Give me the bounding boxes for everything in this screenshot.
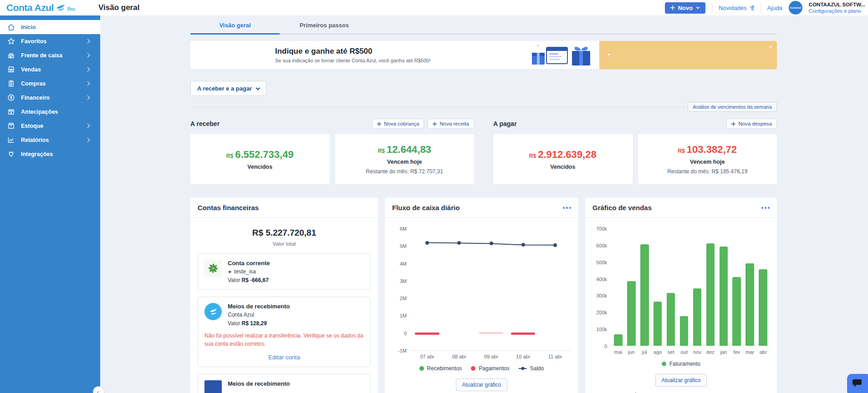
account-item[interactable]: Meios de recebimentoConta AzulValor R$ 1… <box>198 297 371 367</box>
sidebar-item-financeiro[interactable]: Financeiro <box>0 91 100 105</box>
sidebar-item-label: Antecipações <box>21 109 94 115</box>
sidebar-item-relatorios[interactable]: Relatórios <box>0 133 100 147</box>
chart-line-icon <box>7 136 15 144</box>
account-block[interactable]: CONTAAZUL SOFTW... Configurações e plano <box>809 1 866 15</box>
accounts-card-title: Contas financeiras <box>198 204 259 212</box>
saldo-data-point <box>490 242 493 245</box>
amount-label: Vencidos <box>247 164 272 170</box>
calendar-dollar-icon <box>7 108 15 116</box>
faturamento-bar <box>693 288 702 346</box>
faturamento-bar <box>759 269 767 346</box>
legend-item: Faturamento <box>662 361 700 367</box>
app-logo[interactable]: Conta Azul Pro <box>0 2 97 13</box>
sales-refresh-button[interactable]: Atualizar gráfico <box>655 374 706 387</box>
chevron-right-icon <box>86 67 90 72</box>
receivables-summary-card[interactable]: R$12.644,83Vencem hojeRestante do mês: R… <box>335 134 475 184</box>
payables-summary-card[interactable]: R$103.382,72Vencem hojeRestante do mês: … <box>638 134 777 184</box>
sidebar-item-label: Favoritos <box>21 38 80 45</box>
cashflow-legend: RecebimentosPagamentosSaldo <box>392 365 571 372</box>
cashflow-card-title: Fluxo de caixa diário <box>392 204 460 212</box>
plus-icon <box>731 122 735 126</box>
new-button[interactable]: Novo <box>665 2 706 14</box>
account-name: Conta Azul <box>228 312 290 318</box>
accounts-total-label: Valor total <box>198 241 371 247</box>
sidebar-item-inicio[interactable]: Início <box>0 20 100 34</box>
novidades-link[interactable]: Novidades <box>719 5 754 11</box>
divider <box>712 3 712 12</box>
plus-icon <box>433 122 437 126</box>
settings-link[interactable]: Configurações e plano <box>809 8 865 14</box>
close-icon[interactable]: × <box>769 44 772 50</box>
home-icon <box>7 23 15 31</box>
tab-visao-geral[interactable]: Visão geral <box>190 15 280 35</box>
ajuda-link[interactable]: Ajuda <box>767 5 782 11</box>
sidebar-item-favoritos[interactable]: Favoritos <box>0 34 100 48</box>
payables-section: A pagar Nova despesa R$2.912.639,28Venci… <box>493 119 777 184</box>
receivables-summary-card[interactable]: R$6.552.733,49Vencidos <box>190 134 330 184</box>
edit-account-link[interactable]: Editar conta <box>204 354 364 361</box>
tab-bar: Visão geralPrimeiros passos <box>190 15 777 35</box>
sidebar-item-compras[interactable]: Compras <box>0 76 100 91</box>
gift-illustration <box>528 43 624 67</box>
plus-icon <box>377 122 381 126</box>
sidebar-item-antecipacoes[interactable]: Antecipações <box>0 105 100 119</box>
divider <box>761 3 761 12</box>
plus-icon <box>670 5 675 10</box>
cashflow-y-axis: 6M5M4M3M2M1M0-1M <box>392 229 411 351</box>
nova-cobranca-button[interactable]: Nova cobrança <box>372 119 424 129</box>
account-value: Valor R$ -666,67 <box>228 277 270 283</box>
chevron-right-icon <box>86 53 90 58</box>
banner-text: Indique e ganhe até R$500 Se sua indicaç… <box>275 47 430 63</box>
sidebar-item-label: Frente de caixa <box>21 52 80 59</box>
bank-generic-icon <box>204 380 222 393</box>
faturamento-bar <box>627 281 636 346</box>
faturamento-bar <box>745 263 754 346</box>
plug-icon <box>7 150 15 158</box>
amount-label: Vencidos <box>550 164 575 170</box>
tab-primeiros-passos[interactable]: Primeiros passos <box>280 15 369 35</box>
account-type: Meios de recebimento <box>228 303 290 310</box>
amount-label: Vencem hoje <box>387 159 422 165</box>
accounts-total-value: R$ 5.227.720,81 <box>198 228 371 238</box>
sidebar-item-frente-de-caixa[interactable]: Frente de caixa <box>0 48 100 62</box>
account-avatar[interactable]: ContaAzul <box>789 1 802 15</box>
faturamento-bar <box>640 244 649 346</box>
sidebar-item-estoque[interactable]: Estoque <box>0 119 100 133</box>
chevron-right-icon <box>86 124 90 128</box>
cashflow-x-axis: 07 abr08 abr09 abr10 abr11 abr <box>411 354 571 359</box>
section-divider: Análise de vencimentos da semana <box>190 107 777 112</box>
store-icon <box>7 66 15 73</box>
faturamento-bar <box>720 247 728 346</box>
cashflow-refresh-button[interactable]: Atualizar gráfico <box>456 378 507 391</box>
weekly-analysis-button[interactable]: Análise de vencimentos da semana <box>688 102 777 112</box>
more-options-icon[interactable] <box>761 205 770 211</box>
amount-value: R$103.382,72 <box>678 144 737 156</box>
dollar-circle-icon <box>7 94 15 101</box>
chevron-down-icon <box>696 6 700 9</box>
daily-cashflow-card: Fluxo de caixa diário 6M5M4M3M2M1M0-1M 0… <box>385 198 578 393</box>
logo-text: Conta Azul <box>6 2 54 13</box>
financial-accounts-card: Contas financeiras R$ 5.227.720,81 Valor… <box>190 198 378 393</box>
account-type: Meios de recebimento <box>228 380 290 387</box>
chevron-right-icon <box>86 81 90 86</box>
more-options-icon[interactable] <box>563 205 571 211</box>
nova-despesa-button[interactable]: Nova despesa <box>726 119 777 129</box>
payables-summary-card[interactable]: R$2.912.639,28Vencidos <box>493 134 633 184</box>
sidebar-item-vendas[interactable]: Vendas <box>0 62 100 76</box>
scope-dropdown[interactable]: A receber e a pagar <box>190 81 266 96</box>
sales-x-axis: maijunjulagosetoutnovdezjanfevmarabr <box>612 349 770 355</box>
saldo-data-point <box>457 241 461 245</box>
nova-receita-button[interactable]: Nova receita <box>428 119 474 129</box>
sales-plot <box>612 229 770 346</box>
sidebar-nav: InícioFavoritosFrente de caixaVendasComp… <box>0 15 100 393</box>
faturamento-bar <box>706 243 715 346</box>
dot-marker-icon <box>471 366 475 371</box>
topbar: Conta Azul Pro Visão geral Novo Novidade… <box>0 0 868 15</box>
faturamento-bar <box>614 334 623 346</box>
account-item[interactable]: Conta corrente★teste_isaValor R$ -666,67 <box>198 253 371 290</box>
receivables-section: A receber Nova cobrançaNova receita R$6.… <box>190 119 474 184</box>
sidebar-item-integracoes[interactable]: Integrações <box>0 147 100 161</box>
account-item[interactable]: Meios de recebimento <box>198 374 371 393</box>
chat-bubble-icon <box>852 378 862 388</box>
chat-widget-button[interactable] <box>847 374 868 393</box>
